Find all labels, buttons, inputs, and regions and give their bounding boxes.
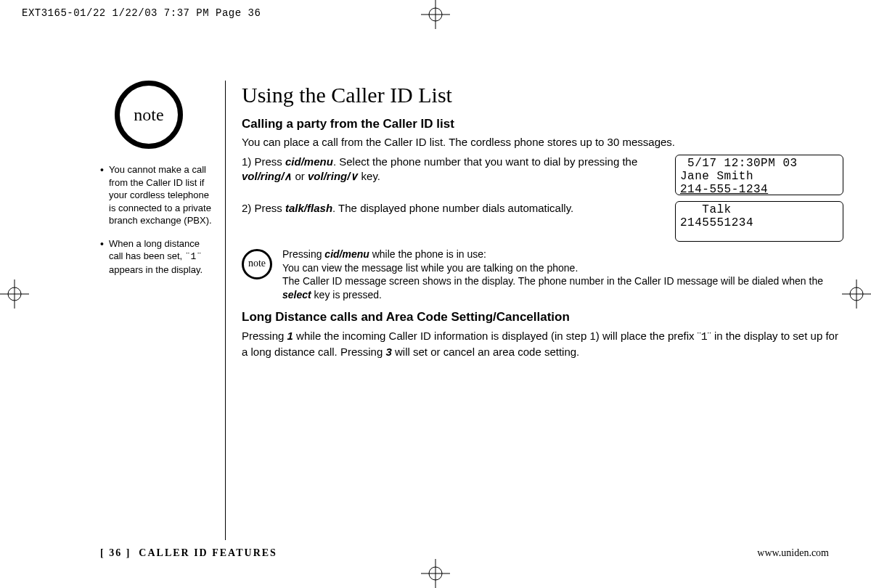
page-title: Using the Caller ID List bbox=[242, 81, 843, 110]
note-badge-icon: note bbox=[115, 81, 183, 149]
page-number: [ 36 ] bbox=[100, 547, 131, 558]
section-heading-2: Long Distance calls and Area Code Settin… bbox=[242, 309, 843, 326]
section1-intro: You can place a call from the Caller ID … bbox=[242, 135, 843, 150]
sidebar-note-1: You cannot make a call from the Caller I… bbox=[100, 163, 216, 227]
lcd-display-1: 5/17 12:30PM 03 Jane Smith 214-555-1234 bbox=[675, 155, 843, 195]
step-2: 2) Press talk/flash. The displayed phone… bbox=[242, 201, 843, 242]
section2-body: Pressing 1 while the incoming Caller ID … bbox=[242, 329, 843, 360]
footer-section: CALLER ID FEATURES bbox=[139, 547, 277, 558]
page-footer: [ 36 ] CALLER ID FEATURES www.uniden.com bbox=[100, 547, 829, 559]
job-line: EXT3165-01/22 1/22/03 7:37 PM Page 36 bbox=[22, 7, 261, 19]
section-heading-1: Calling a party from the Caller ID list bbox=[242, 116, 843, 133]
sidebar: note You cannot make a call from the Cal… bbox=[100, 81, 216, 540]
step-1: 1) Press cid/menu. Select the phone numb… bbox=[242, 155, 843, 195]
page-frame: note You cannot make a call from the Cal… bbox=[20, 19, 851, 569]
sidebar-note-2: When a long distance call has been set, … bbox=[100, 237, 216, 277]
note-badge-small-icon: note bbox=[242, 249, 272, 279]
inline-note: note Pressing cid/menu while the phone i… bbox=[242, 248, 843, 303]
main-content: Using the Caller ID List Calling a party… bbox=[242, 81, 843, 540]
vertical-divider bbox=[225, 81, 226, 540]
lcd-display-2: Talk 2145551234 bbox=[675, 201, 843, 242]
footer-url: www.uniden.com bbox=[757, 547, 829, 559]
